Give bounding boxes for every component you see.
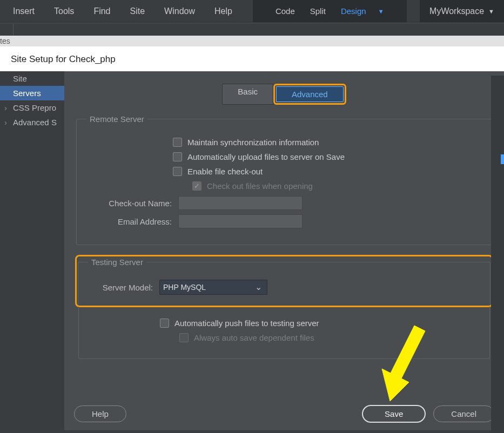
menu-help[interactable]: Help (205, 1, 242, 22)
testing-server-legend: Testing Server (88, 258, 146, 267)
help-button[interactable]: Help (74, 405, 126, 422)
view-code[interactable]: Code (268, 2, 303, 20)
sidebar-item-site[interactable]: Site (0, 71, 64, 86)
save-button[interactable]: Save (362, 405, 426, 423)
enable-checkout-label: Enable file check-out (187, 167, 263, 176)
checkout-opening-checkbox (192, 181, 201, 191)
menu-insert[interactable]: Insert (3, 1, 44, 22)
caret-down-icon[interactable]: ▼ (371, 4, 392, 19)
selection-indicator (501, 154, 504, 164)
checkout-name-label: Check-out Name: (86, 199, 172, 208)
server-model-select[interactable]: PHP MySQL (159, 280, 267, 295)
auto-save-dep-label: Always auto save dependent files (194, 333, 314, 342)
svg-marker-1 (382, 369, 409, 401)
auto-save-dep-checkbox (179, 333, 189, 342)
auto-upload-label: Automatically upload files to server on … (187, 152, 345, 161)
secondary-tab-bar (0, 23, 504, 36)
main-menubar: Insert Tools Find Site Window Help Code … (0, 0, 504, 23)
dialog-title: Site Setup for Check_php (0, 46, 504, 71)
highlight-annotation: Testing Server Server Model: PHP MySQL (75, 255, 493, 307)
checkout-opening-label: Check out files when opening (207, 181, 313, 191)
workspace-label: MyWorkspace (429, 6, 484, 16)
remote-server-fieldset: Remote Server Maintain synchronization i… (76, 114, 492, 245)
remote-server-legend: Remote Server (86, 114, 147, 124)
sidebar-item-css-prepro[interactable]: CSS Prepro (0, 100, 64, 115)
menu-site[interactable]: Site (120, 1, 155, 22)
view-split[interactable]: Split (303, 2, 333, 20)
caret-down-icon: ▼ (488, 8, 494, 15)
background-panel-sliver (491, 76, 504, 433)
auto-push-checkbox[interactable] (160, 319, 169, 328)
view-design[interactable]: Design (333, 2, 374, 20)
menu-window[interactable]: Window (154, 1, 205, 22)
enable-checkout-checkbox[interactable] (173, 167, 182, 176)
testing-server-fieldset: Testing Server Server Model: PHP MySQL (78, 258, 490, 305)
menu-find[interactable]: Find (84, 1, 120, 22)
tab-basic[interactable]: Basic (222, 84, 273, 105)
dialog-content: Basic Advanced Remote Server Maintain sy… (64, 71, 504, 430)
sidebar-item-advanced[interactable]: Advanced S (0, 115, 64, 130)
view-switcher: Code Split Design ▼ (253, 0, 407, 23)
workspace-selector[interactable]: MyWorkspace ▼ (420, 0, 504, 23)
maintain-sync-checkbox[interactable] (173, 138, 182, 147)
sidebar-item-servers[interactable]: Servers (0, 86, 64, 100)
secondary-tab[interactable] (0, 24, 14, 35)
highlight-annotation: Advanced (273, 84, 346, 105)
cancel-button[interactable]: Cancel (433, 405, 494, 422)
menu-tools[interactable]: Tools (44, 1, 84, 22)
email-input (178, 214, 303, 228)
server-model-label: Server Model: (68, 283, 153, 292)
dialog-sidebar: Site Servers CSS Prepro Advanced S (0, 71, 64, 430)
maintain-sync-label: Maintain synchronization information (187, 138, 319, 147)
background-strip: tes (0, 36, 504, 46)
tab-advanced[interactable]: Advanced (276, 86, 344, 102)
email-label: Email Address: (86, 217, 172, 226)
auto-upload-checkbox[interactable] (173, 152, 182, 161)
checkout-name-input (178, 196, 303, 210)
basic-advanced-toggle: Basic Advanced (222, 84, 346, 105)
auto-push-label: Automatically push files to testing serv… (174, 319, 319, 328)
dialog-button-bar: Help Save Cancel (74, 405, 494, 423)
testing-server-fieldset-continued: Automatically push files to testing serv… (78, 307, 490, 359)
